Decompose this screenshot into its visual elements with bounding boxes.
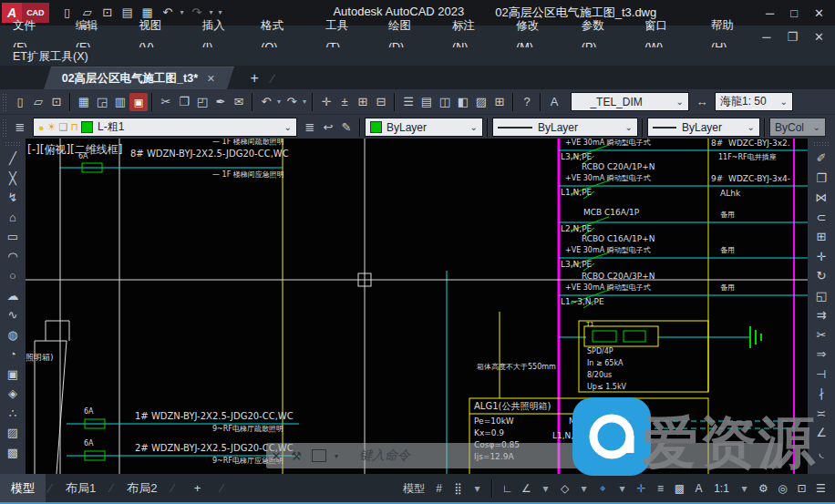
sheet-set-manager-icon[interactable]: ◧	[454, 93, 472, 111]
layer-combo[interactable]: ● ☀ ❑ ⊓ L-粗1	[33, 118, 297, 137]
object-snap-icon[interactable]: ⌖	[594, 479, 612, 498]
layer-properties-icon[interactable]: ☰	[399, 93, 418, 111]
layout1-tab[interactable]: 布局1	[55, 474, 107, 502]
break-at-point-icon[interactable]: ⊣	[812, 365, 830, 385]
doc-minimize-button[interactable]: ─	[762, 30, 770, 44]
open-icon[interactable]: ▱	[29, 93, 47, 111]
polygon-icon[interactable]: ⌂	[4, 208, 22, 228]
quickcalc-icon[interactable]: ⊞	[490, 93, 509, 111]
dim-style-icon[interactable]: ↔	[693, 93, 711, 111]
copy-clip-icon[interactable]: ❐	[175, 93, 193, 111]
model-tab[interactable]: 模型	[0, 474, 46, 502]
gradient-icon[interactable]: ▩	[4, 443, 22, 463]
plot-preview-icon[interactable]: ◲	[93, 93, 111, 111]
layer-freeze-icon[interactable]: ☀	[47, 121, 57, 133]
layer-on-off-icon[interactable]: ●	[38, 122, 45, 133]
properties-palette-icon[interactable]: ◫	[436, 93, 454, 111]
layer-vp-freeze-icon[interactable]: ❑	[59, 121, 68, 133]
trim-icon[interactable]: ✂	[812, 325, 830, 345]
layer-states-manager-icon[interactable]: ≣	[301, 118, 319, 137]
layer-states-icon[interactable]: ▤	[418, 93, 436, 111]
file-tab-close-icon[interactable]: ✕	[207, 73, 215, 85]
ellipse-icon[interactable]: ◍	[4, 325, 22, 345]
arc-icon[interactable]: ◠	[4, 247, 22, 267]
toolbar-grip[interactable]	[813, 141, 830, 147]
linetype-combo[interactable]: ByLayer	[492, 118, 638, 137]
toolbar-grip[interactable]	[2, 118, 8, 137]
spline-icon[interactable]: ∿	[4, 305, 22, 325]
show-lineweight-icon[interactable]: ≡	[652, 479, 669, 498]
redo-caret-icon[interactable]: ▾	[301, 93, 308, 111]
lineweight-combo[interactable]: ByLayer	[647, 118, 760, 137]
zoom-window-icon[interactable]: ⊞	[354, 93, 372, 111]
scale-icon[interactable]: ◱	[812, 286, 830, 306]
plot-icon[interactable]: ▦	[75, 93, 93, 111]
zoom-realtime-icon[interactable]: ±	[335, 93, 354, 111]
layer-lock-icon[interactable]: ⊓	[70, 121, 78, 133]
insert-block-icon[interactable]: ▣	[4, 365, 22, 385]
layout2-tab[interactable]: 布局2	[116, 474, 168, 502]
ortho-mode-icon[interactable]: ∟	[499, 479, 516, 498]
doc-restore-button[interactable]: ❐	[787, 30, 798, 44]
workspace-switching-icon[interactable]: ⚙	[755, 479, 772, 498]
save-icon[interactable]: ⊡	[47, 93, 66, 111]
cut-icon[interactable]: ✂	[157, 93, 175, 111]
toolbar-grip[interactable]	[2, 93, 8, 111]
offset-icon[interactable]: ⊂	[812, 208, 830, 228]
new-layout-button[interactable]: +	[177, 474, 217, 502]
match-properties-icon[interactable]: ✒	[211, 93, 230, 111]
undo-caret-icon[interactable]: ▾	[275, 93, 283, 111]
annotation-scale-icon[interactable]: 1:1	[709, 479, 734, 498]
pan-icon[interactable]: ✛	[317, 93, 335, 111]
menu-et-tools[interactable]: ET扩展工具(X)	[0, 50, 88, 63]
circle-icon[interactable]: ○	[4, 266, 22, 286]
erase-icon[interactable]: ✐	[812, 149, 830, 169]
batch-plot-icon[interactable]: ▥	[111, 93, 129, 111]
mirror-icon[interactable]: ⋈	[812, 188, 830, 208]
isodraft-icon[interactable]: ◇	[556, 479, 573, 498]
ellipse-arc-icon[interactable]: ◔	[4, 345, 22, 365]
snap-mode-icon[interactable]: ⣿	[449, 479, 467, 498]
help-icon[interactable]: ?	[518, 93, 536, 111]
model-paper-toggle-icon[interactable]: 模型	[399, 479, 428, 498]
osnap-caret-icon[interactable]: ▾	[613, 479, 631, 498]
isodraft-caret-icon[interactable]: ▾	[575, 479, 593, 498]
file-tab-active[interactable]: 02高层公区电气施工图_t3* ✕	[44, 67, 234, 89]
new-icon[interactable]: ▯	[11, 93, 29, 111]
maximize-button[interactable]: □	[790, 6, 798, 20]
doc-close-button[interactable]: ✕	[814, 30, 824, 44]
isolate-objects-icon[interactable]: ◎	[774, 479, 791, 498]
text-style-icon[interactable]: A	[545, 93, 563, 111]
move-icon[interactable]: ✛	[812, 247, 830, 267]
create-block-icon[interactable]: ◈	[4, 384, 22, 404]
polar-tracking-icon[interactable]: ∠	[518, 479, 535, 498]
transparency-icon[interactable]: ▩	[671, 479, 688, 498]
recent-commands-caret[interactable]: ▾	[326, 452, 346, 460]
break-icon[interactable]: ∤	[812, 384, 830, 404]
hatch-icon[interactable]: ▨	[4, 423, 22, 443]
array-icon[interactable]: ⊞	[812, 227, 830, 247]
new-tab-button[interactable]: +	[251, 67, 259, 89]
recent-commands-icon[interactable]	[312, 449, 326, 462]
tool-palettes-icon[interactable]: ▨	[472, 93, 490, 111]
command-customize-icon[interactable]: ⚒	[286, 449, 306, 463]
paste-icon[interactable]: ◰	[193, 93, 211, 111]
scale-caret-icon[interactable]: ▾	[736, 479, 753, 498]
undo-icon[interactable]: ↶	[257, 93, 275, 111]
etransmit-icon[interactable]: ✉	[230, 93, 248, 111]
minimize-button[interactable]: ─	[766, 6, 774, 20]
dim-style-combo[interactable]: 海龍1: 50	[715, 92, 793, 111]
revision-cloud-icon[interactable]: ☁	[4, 286, 22, 306]
rotate-icon[interactable]: ↻	[812, 266, 830, 286]
command-close-icon[interactable]: ✕	[266, 449, 286, 463]
line-icon[interactable]: ╱	[4, 149, 22, 169]
dynamic-input-icon[interactable]: ✛	[633, 479, 650, 498]
polyline-icon[interactable]: ↯	[4, 188, 22, 208]
close-button[interactable]: ✕	[814, 6, 824, 20]
layer-properties-manager-icon[interactable]: ≣	[11, 118, 29, 137]
construction-line-icon[interactable]: ╳	[4, 169, 22, 189]
extend-icon[interactable]: ⇒	[812, 345, 830, 365]
customize-statusbar-icon[interactable]: ☰	[812, 479, 830, 498]
make-object-layer-current-icon[interactable]: ✎	[337, 118, 356, 137]
polar-caret-icon[interactable]: ▾	[537, 479, 554, 498]
